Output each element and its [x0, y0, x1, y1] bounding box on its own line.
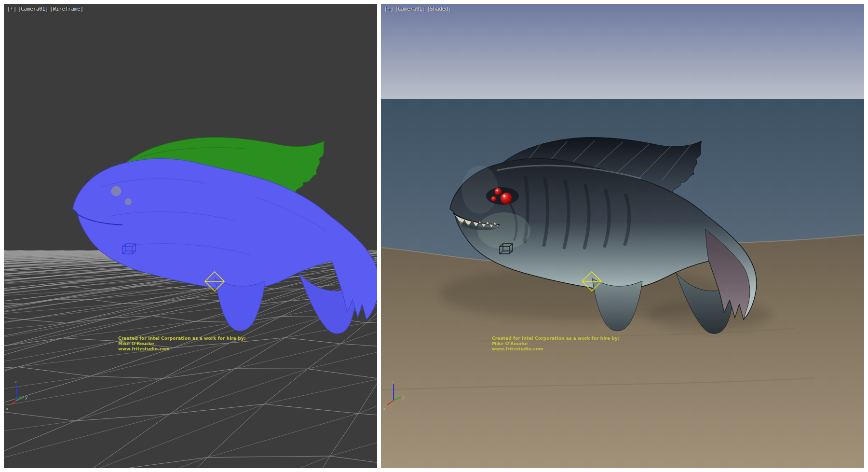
annotation-line-2: Mike O'Rourke — [492, 341, 620, 347]
scene-annotation: Created for Intel Corporation as a work … — [492, 336, 620, 352]
viewport-shaded[interactable]: z x y [+] [Camera01] [Shaded] Created fo… — [381, 4, 864, 468]
sky — [381, 4, 864, 99]
viewport-layout: z x y [+] [Camera01] [Wireframe] Created… — [0, 0, 868, 472]
viewport-menu-general[interactable]: [+] — [384, 6, 393, 12]
viewport-menu-shading[interactable]: [Wireframe] — [50, 6, 83, 12]
annotation-line-3: www.fritzstudio.com — [118, 347, 246, 352]
axis-z-label: z — [14, 379, 17, 384]
viewport-wireframe[interactable]: z x y [+] [Camera01] [Wireframe] Created… — [4, 4, 377, 468]
scene-annotation: Created for Intel Corporation as a work … — [118, 336, 246, 352]
viewport-label: [+] [Camera01] [Shaded] — [384, 6, 451, 12]
fish-eye-red — [491, 196, 497, 202]
viewport-menu-pov[interactable]: [Camera01] — [18, 6, 48, 12]
fish-eye-red — [501, 193, 512, 204]
wireframe-scene: z x y — [4, 4, 377, 468]
fish-eye-specular — [496, 189, 498, 191]
axis-x-label: x — [383, 406, 386, 411]
fish-eye-red — [495, 188, 502, 195]
shaded-scene: z x y — [381, 4, 864, 468]
axis-y-label: y — [25, 395, 28, 400]
fish-eye-specular — [503, 195, 506, 197]
annotation-line-2: Mike O'Rourke — [118, 341, 246, 347]
viewport-menu-shading[interactable]: [Shaded] — [427, 6, 451, 12]
axis-x-label: x — [6, 406, 9, 411]
viewport-label: [+] [Camera01] [Wireframe] — [7, 6, 83, 12]
fish-eye-spot — [111, 186, 122, 196]
fish-eye-spot — [125, 198, 132, 205]
axis-y-label: y — [402, 395, 405, 400]
annotation-line-1: Created for Intel Corporation as a work … — [492, 336, 620, 341]
viewport-menu-pov[interactable]: [Camera01] — [395, 6, 425, 12]
annotation-line-3: www.fritzstudio.com — [492, 347, 620, 352]
viewport-menu-general[interactable]: [+] — [7, 6, 16, 12]
annotation-line-1: Created for Intel Corporation as a work … — [118, 336, 246, 341]
axis-z-label: z — [392, 379, 394, 384]
